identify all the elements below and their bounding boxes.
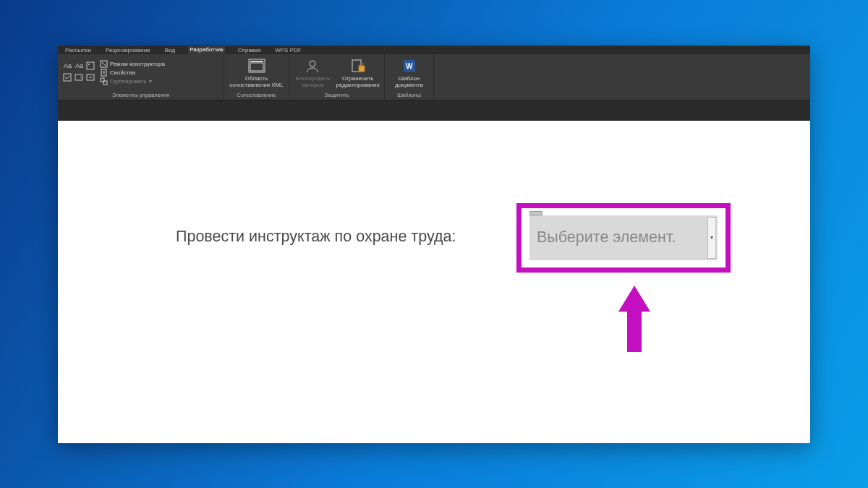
document-template-label: Шаблон документа (389, 75, 429, 88)
ribbon-tab-strip: Рассылки Рецензирование Вид Разработчик … (58, 46, 810, 54)
properties-icon (100, 69, 108, 77)
svg-rect-6 (87, 74, 94, 80)
xml-mapping-button[interactable]: Область сопоставления XML (229, 58, 284, 88)
instruction-text: Провести инструктаж по охране труда: (176, 228, 456, 246)
properties-button[interactable]: Свойства (100, 69, 165, 77)
ribbon-group-title: Сопоставление (229, 90, 284, 98)
tab-review[interactable]: Рецензирование (104, 47, 152, 54)
block-authors-icon (303, 58, 322, 74)
design-mode-icon (100, 60, 108, 68)
dropdown-control-icon[interactable] (85, 72, 95, 82)
ribbon-group-title: Шаблоны (389, 90, 429, 98)
richtext-control-icon[interactable]: Aa (62, 61, 72, 71)
tab-help[interactable]: Справка (237, 47, 262, 54)
restrict-editing-label: Ограничить редактирование (336, 75, 380, 88)
group-label: Группировать (110, 77, 147, 85)
svg-rect-16 (359, 66, 365, 72)
svg-rect-12 (250, 63, 263, 71)
design-mode-label: Режим конструктора (110, 60, 165, 68)
ribbon-group-title: Элементы управления (62, 90, 219, 98)
svg-rect-2 (87, 62, 94, 69)
tab-mailings[interactable]: Рассылки (64, 47, 93, 54)
ribbon: Aa Aa Режим конструктора Свойства (58, 54, 810, 100)
document-template-button[interactable]: W Шаблон документа (389, 58, 429, 88)
combobox-control-icon[interactable] (74, 72, 84, 82)
group-icon (100, 77, 108, 85)
annotation-arrow-icon (626, 286, 643, 352)
picture-control-icon[interactable] (85, 61, 95, 71)
svg-rect-4 (64, 74, 71, 81)
chevron-down-icon: ▾ (710, 234, 713, 241)
checkbox-control-icon[interactable] (62, 72, 72, 82)
svg-text:Aa: Aa (64, 62, 72, 69)
xml-mapping-label: Область сопоставления XML (229, 75, 284, 88)
restrict-editing-button[interactable]: Ограничить редактирование (336, 58, 380, 88)
group-button[interactable]: Группировать ▾ (100, 77, 165, 85)
svg-rect-13 (250, 61, 263, 62)
svg-point-3 (88, 64, 90, 65)
ribbon-group-templates: W Шаблон документа Шаблоны (385, 54, 434, 100)
ribbon-group-controls: Aa Aa Режим конструктора Свойства (58, 54, 224, 100)
document-area[interactable]: Провести инструктаж по охране труда: Выб… (58, 121, 810, 443)
block-authors-button: Блокировать авторов (294, 58, 332, 88)
plaintext-control-icon[interactable]: Aa (74, 61, 84, 71)
tab-developer[interactable]: Разработчик (188, 46, 225, 54)
svg-text:W: W (406, 62, 413, 70)
tab-wpspdf[interactable]: WPS PDF (273, 47, 302, 54)
dropdown-placeholder-text: Выберите элемент. (537, 228, 707, 247)
chevron-down-icon: ▾ (149, 77, 152, 85)
restrict-editing-icon (349, 58, 367, 74)
tab-view[interactable]: Вид (163, 47, 176, 54)
design-mode-button[interactable]: Режим конструктора (100, 60, 165, 68)
annotation-highlight-box: Выберите элемент. ▾ (516, 203, 731, 273)
block-authors-label: Блокировать авторов (294, 75, 332, 88)
word-template-icon: W (400, 58, 419, 74)
ribbon-group-protect: Блокировать авторов Ограничить редактиро… (289, 54, 385, 100)
dropdown-arrow-button[interactable]: ▾ (707, 217, 716, 259)
control-handle-icon[interactable] (529, 211, 542, 215)
xml-mapping-icon (247, 58, 266, 74)
ribbon-shadow-bar (58, 100, 810, 121)
svg-point-14 (310, 61, 315, 67)
word-window: Рассылки Рецензирование Вид Разработчик … (58, 46, 810, 443)
svg-text:Aa: Aa (75, 62, 83, 69)
content-controls-gallery[interactable]: Aa Aa (62, 58, 95, 82)
properties-label: Свойства (110, 69, 135, 77)
ribbon-group-mapping: Область сопоставления XML Сопоставление (224, 54, 289, 100)
dropdown-content-control[interactable]: Выберите элемент. ▾ (529, 215, 718, 260)
ribbon-group-title: Защитить (294, 90, 380, 98)
